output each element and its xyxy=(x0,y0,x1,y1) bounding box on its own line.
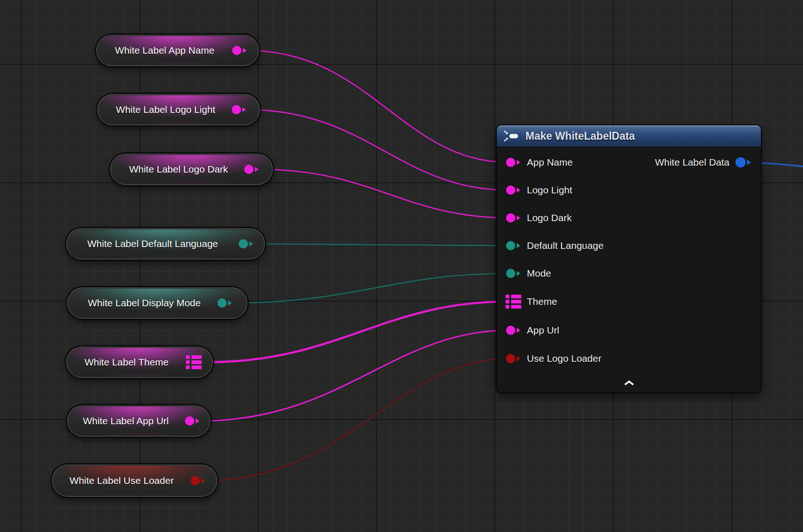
variable-node-white-label-display-mode[interactable]: White Label Display Mode xyxy=(67,287,247,319)
string-output-pin-icon[interactable] xyxy=(231,104,247,115)
make-struct-icon xyxy=(503,130,520,142)
boolean-output-pin-icon[interactable] xyxy=(190,475,206,486)
variable-node-white-label-theme[interactable]: White Label Theme xyxy=(66,346,213,378)
make-whitelabeldata-node[interactable]: Make WhiteLabelData App Name Logo Light … xyxy=(497,125,761,392)
string-output-pin-icon[interactable] xyxy=(185,415,200,427)
pin-row-logo-dark[interactable]: Logo Dark xyxy=(506,210,572,226)
node-header[interactable]: Make WhiteLabelData xyxy=(497,125,761,147)
wire-logo-light[interactable] xyxy=(247,110,509,190)
variable-node-label: White Label Logo Light xyxy=(98,95,233,124)
pin-label: Default Language xyxy=(527,240,604,251)
boolean-input-pin-icon[interactable] xyxy=(506,353,521,364)
enum-output-pin-icon[interactable] xyxy=(217,297,233,309)
wire-app-name[interactable] xyxy=(247,50,509,162)
variable-node-label: White Label Use Loader xyxy=(53,465,191,496)
string-output-pin-icon[interactable] xyxy=(232,45,247,56)
string-input-pin-icon[interactable] xyxy=(506,212,521,223)
pin-label: Use Logo Loader xyxy=(527,353,601,364)
enum-output-pin-icon[interactable] xyxy=(238,238,254,249)
pin-row-mode[interactable]: Mode xyxy=(506,265,551,282)
variable-node-white-label-logo-dark[interactable]: White Label Logo Dark xyxy=(110,154,273,185)
wire-display-mode[interactable] xyxy=(232,273,509,303)
pin-row-white-label-data[interactable]: White Label Data xyxy=(497,154,752,171)
pin-row-logo-light[interactable]: Logo Light xyxy=(506,182,572,198)
blueprint-graph-canvas[interactable]: White Label App Name White Label Logo Li… xyxy=(0,0,803,532)
wire-theme[interactable] xyxy=(207,302,507,362)
variable-node-white-label-app-name[interactable]: White Label App Name xyxy=(96,35,259,66)
variable-node-white-label-app-url[interactable]: White Label App Url xyxy=(67,405,210,437)
string-output-pin-icon[interactable] xyxy=(244,164,259,175)
pin-row-app-url[interactable]: App Url xyxy=(506,322,559,339)
enum-input-pin-icon[interactable] xyxy=(506,240,521,251)
pin-label: Logo Dark xyxy=(527,212,572,223)
variable-node-label: White Label Default Language xyxy=(67,229,238,259)
wire-default-language[interactable] xyxy=(254,244,509,246)
variable-node-white-label-default-language[interactable]: White Label Default Language xyxy=(66,228,265,260)
struct-input-pin-icon[interactable] xyxy=(506,294,521,309)
variable-node-white-label-logo-light[interactable]: White Label Logo Light xyxy=(97,94,260,125)
pin-row-theme[interactable]: Theme xyxy=(506,293,557,310)
pin-label: App Url xyxy=(527,325,559,336)
collapse-advanced-button[interactable] xyxy=(624,380,635,386)
node-title: Make WhiteLabelData xyxy=(525,130,635,142)
struct-output-pin-icon[interactable] xyxy=(186,355,202,370)
variable-node-label: White Label Theme xyxy=(67,347,186,377)
pin-label: Theme xyxy=(527,296,557,307)
variable-node-label: White Label App Name xyxy=(97,36,232,65)
wire-app-url[interactable] xyxy=(200,330,509,421)
chevron-up-icon xyxy=(624,380,635,386)
string-input-pin-icon[interactable] xyxy=(506,325,521,336)
wire-logo-dark[interactable] xyxy=(259,169,509,218)
variable-node-label: White Label App Url xyxy=(68,406,184,436)
string-input-pin-icon[interactable] xyxy=(506,185,521,196)
wire-use-loader[interactable] xyxy=(205,359,509,481)
variable-node-white-label-use-loader[interactable]: White Label Use Loader xyxy=(52,464,217,497)
pin-label: Mode xyxy=(527,268,551,279)
pin-label: Logo Light xyxy=(527,185,572,196)
variable-node-label: White Label Logo Dark xyxy=(111,155,246,184)
variable-node-label: White Label Display Mode xyxy=(68,288,221,318)
pin-row-use-logo-loader[interactable]: Use Logo Loader xyxy=(506,350,601,367)
pin-row-default-language[interactable]: Default Language xyxy=(506,237,604,254)
struct-output-pin-icon[interactable] xyxy=(735,156,752,168)
enum-input-pin-icon[interactable] xyxy=(506,268,521,279)
pin-label: White Label Data xyxy=(655,157,729,168)
